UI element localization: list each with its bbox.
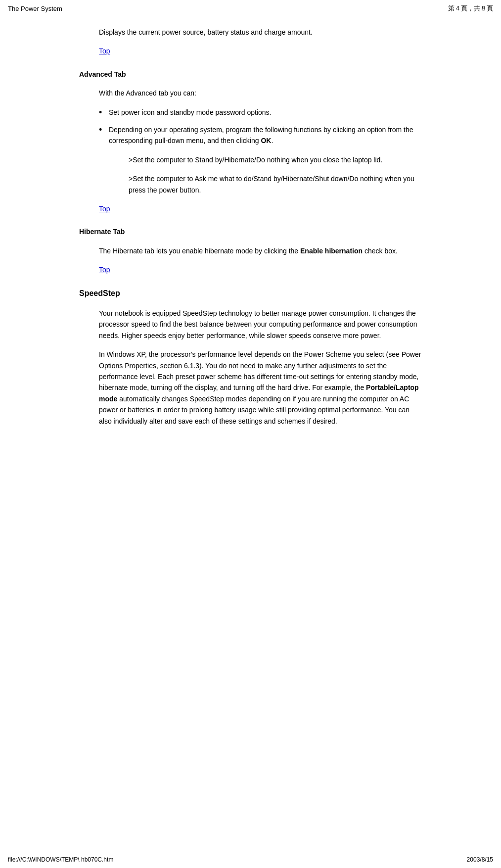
speedstep-content: Your notebook is equipped SpeedStep tech… bbox=[99, 308, 422, 427]
speedstep-section: SpeedStep Your notebook is equipped Spee… bbox=[79, 287, 422, 427]
footer-url: file:///C:\WINDOWS\TEMP\ hb070C.htm bbox=[8, 856, 113, 863]
speedstep-paragraph-1: Your notebook is equipped SpeedStep tech… bbox=[99, 308, 422, 341]
intro-section: Displays the current power source, batte… bbox=[99, 27, 422, 67]
advanced-tab-description: With the Advanced tab you can: bbox=[99, 88, 422, 98]
advanced-tab-content: With the Advanced tab you can: • Set pow… bbox=[99, 88, 422, 224]
bullet-item-2: • Depending on your operating system, pr… bbox=[99, 124, 422, 146]
advanced-tab-section: Advanced Tab With the Advanced tab you c… bbox=[79, 69, 422, 225]
hibernate-tab-description: The Hibernate tab lets you enable hibern… bbox=[99, 245, 422, 256]
bullet-text-2: Depending on your operating system, prog… bbox=[109, 124, 422, 146]
hibernate-tab-heading: Hibernate Tab bbox=[79, 226, 422, 237]
hibernate-tab-section: Hibernate Tab The Hibernate tab lets you… bbox=[79, 226, 422, 285]
page-number: 第４頁，共８頁 bbox=[448, 4, 493, 13]
sub-item-2: >Set the computer to Ask me what to do/S… bbox=[129, 173, 422, 195]
top-link-1[interactable]: Top bbox=[99, 46, 110, 56]
speedstep-heading: SpeedStep bbox=[79, 287, 422, 300]
sub-item-2-text: >Set the computer to Ask me what to do/S… bbox=[129, 173, 422, 195]
page-footer: file:///C:\WINDOWS\TEMP\ hb070C.htm 2003… bbox=[0, 856, 501, 863]
hibernate-tab-content: The Hibernate tab lets you enable hibern… bbox=[99, 245, 422, 286]
sub-item-1: >Set the computer to Stand by/Hibernate/… bbox=[129, 154, 422, 165]
footer-date: 2003/8/15 bbox=[467, 856, 493, 863]
intro-text: Displays the current power source, batte… bbox=[99, 27, 422, 38]
advanced-tab-bullets: • Set power icon and standby mode passwo… bbox=[99, 107, 422, 146]
main-content: Displays the current power source, batte… bbox=[0, 17, 501, 444]
page-title: The Power System bbox=[8, 5, 62, 12]
top-link-3[interactable]: Top bbox=[99, 264, 110, 275]
page-header: The Power System 第４頁，共８頁 bbox=[0, 0, 501, 17]
sub-item-1-text: >Set the computer to Stand by/Hibernate/… bbox=[129, 154, 422, 165]
bullet-dot-1: • bbox=[99, 107, 109, 118]
speedstep-paragraph-2: In Windows XP, the processor's performan… bbox=[99, 349, 422, 427]
advanced-tab-heading: Advanced Tab bbox=[79, 69, 422, 80]
bullet-text-1: Set power icon and standby mode password… bbox=[109, 107, 271, 118]
top-link-2[interactable]: Top bbox=[99, 203, 110, 214]
bullet-dot-2: • bbox=[99, 124, 109, 136]
bullet-item-1: • Set power icon and standby mode passwo… bbox=[99, 107, 422, 118]
